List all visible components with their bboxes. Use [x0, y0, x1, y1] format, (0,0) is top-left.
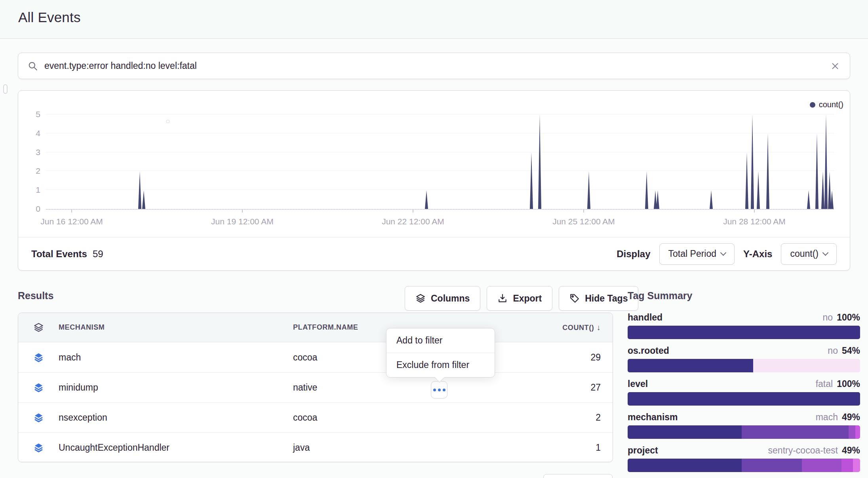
dot — [433, 389, 436, 391]
chart-spike — [138, 171, 141, 209]
count-header-label: COUNT() — [562, 324, 594, 332]
x-axis-tick-label: Jun 22 12:00 AM — [382, 217, 444, 226]
column-header-mechanism[interactable]: MECHANISM — [59, 323, 293, 332]
display-select[interactable]: Total Period — [659, 243, 735, 265]
cell-count: 29 — [525, 352, 613, 363]
tag-bar-segment — [742, 425, 849, 439]
tag-distribution-bar[interactable] — [628, 425, 860, 439]
tag-top-percent: 100% — [837, 312, 860, 323]
tag-entry[interactable]: project sentry-cocoa-test 49% — [628, 445, 860, 472]
tag-top-value: mach — [816, 412, 838, 423]
x-axis-tick-label: Jun 16 12:00 AM — [40, 217, 103, 226]
tag-name: project — [628, 445, 658, 456]
tag-distribution-bar[interactable] — [628, 459, 860, 472]
tag-top-value: sentry-cocoa-test — [768, 445, 838, 456]
chart-spike — [830, 190, 834, 209]
legend-series-label: count() — [819, 100, 843, 109]
chart-footer: Total Events 59 Display Total Period Y-A… — [18, 237, 850, 270]
chart-spike — [824, 114, 828, 209]
drag-handle[interactable] — [3, 84, 8, 94]
cell-mechanism: nsexception — [59, 412, 293, 423]
chart-spike — [656, 190, 659, 209]
tag-distribution-bar[interactable] — [628, 392, 860, 406]
chart-spike — [766, 133, 769, 209]
header-layers-icon[interactable] — [18, 322, 59, 333]
x-axis-line — [46, 209, 834, 210]
hide-tags-button-label: Hide Tags — [585, 293, 628, 304]
display-label: Display — [617, 248, 650, 260]
row-actions-button[interactable] — [431, 381, 447, 398]
tag-distribution-bar[interactable] — [628, 326, 860, 339]
tag-bar-segment — [742, 459, 802, 472]
table-row[interactable]: nsexception cocoa 2 — [18, 402, 613, 432]
tag-distribution-bar[interactable] — [628, 359, 860, 372]
menu-item-add-to-filter[interactable]: Add to filter — [386, 328, 495, 353]
pagination-button-partial[interactable] — [543, 474, 613, 478]
results-table: MECHANISM PLATFORM.NAME COUNT()↓ mach co… — [18, 313, 613, 462]
chart-spike — [807, 190, 810, 209]
tag-top-percent: 49% — [842, 445, 860, 456]
chart-spike — [530, 152, 533, 209]
tag-summary-title: Tag Summary — [628, 290, 860, 302]
dot — [438, 389, 441, 391]
tag-icon — [569, 293, 580, 303]
tag-entry[interactable]: mechanism mach 49% — [628, 412, 860, 439]
x-axis-tick — [583, 210, 584, 212]
table-row[interactable]: mach cocoa 29 — [18, 342, 613, 372]
y-axis-tick-label: 1 — [21, 185, 40, 195]
page-title: All Events — [18, 9, 81, 25]
tag-name: level — [628, 379, 648, 389]
x-axis-tick — [71, 210, 72, 212]
y-axis-tick-label: 0 — [21, 204, 40, 214]
chart-gridline — [46, 152, 834, 152]
yaxis-select-value: count() — [790, 248, 819, 259]
chart-spike — [587, 171, 590, 209]
y-axis-tick-label: 2 — [21, 166, 40, 176]
tag-name: mechanism — [628, 412, 678, 423]
chart-plot[interactable]: 543210Jun 16 12:00 AMJun 19 12:00 AMJun … — [46, 114, 834, 209]
tag-name: os.rooted — [628, 345, 669, 356]
layers-icon — [415, 293, 426, 303]
tag-bar-segment — [628, 459, 742, 472]
tag-entry[interactable]: handled no 100% — [628, 312, 860, 339]
tag-bar-segment — [628, 359, 753, 372]
yaxis-label: Y-Axis — [743, 248, 772, 260]
row-layers-icon — [18, 382, 59, 393]
chart-spike — [710, 190, 713, 209]
yaxis-select[interactable]: count() — [781, 243, 837, 265]
export-button[interactable]: Export — [487, 286, 552, 311]
chart-spike — [751, 114, 754, 209]
tag-top-percent: 100% — [837, 379, 860, 389]
chevron-down-icon — [720, 250, 727, 256]
chart-gridline — [46, 114, 834, 114]
tag-bar-segment — [628, 425, 742, 439]
cell-mechanism: minidump — [59, 382, 293, 393]
hide-tags-button[interactable]: Hide Tags — [559, 286, 638, 311]
cell-count: 27 — [525, 382, 613, 393]
chart-spike — [815, 133, 819, 209]
tag-entry[interactable]: level fatal 100% — [628, 379, 860, 406]
table-body: mach cocoa 29 minidump native 27 — [18, 342, 613, 462]
cell-platform: java — [293, 442, 525, 453]
tag-entry[interactable]: os.rooted no 54% — [628, 345, 860, 372]
x-axis-tick — [242, 210, 243, 212]
columns-button[interactable]: Columns — [405, 286, 480, 311]
table-row[interactable]: UncaughtExceptionHandler java 1 — [18, 432, 613, 462]
column-header-count[interactable]: COUNT()↓ — [525, 323, 613, 332]
cell-platform: cocoa — [293, 412, 525, 423]
search-input[interactable]: event.type:error handled:no level:fatal — [44, 61, 830, 71]
search-icon — [28, 61, 38, 71]
results-title: Results — [18, 290, 53, 302]
tag-top-percent: 49% — [842, 412, 860, 423]
total-events-label: Total Events — [31, 248, 87, 260]
display-select-value: Total Period — [668, 248, 716, 259]
results-toolbar: Columns Export Hide Tags — [405, 286, 638, 311]
x-axis-tick-label: Jun 28 12:00 AM — [723, 217, 786, 226]
search-clear-icon[interactable] — [830, 61, 840, 71]
x-axis-tick-label: Jun 25 12:00 AM — [552, 217, 615, 226]
sort-desc-icon: ↓ — [596, 323, 601, 332]
download-icon — [497, 293, 508, 303]
table-row[interactable]: minidump native 27 — [18, 372, 613, 402]
search-bar[interactable]: event.type:error handled:no level:fatal — [18, 53, 850, 79]
row-layers-icon — [18, 442, 59, 453]
